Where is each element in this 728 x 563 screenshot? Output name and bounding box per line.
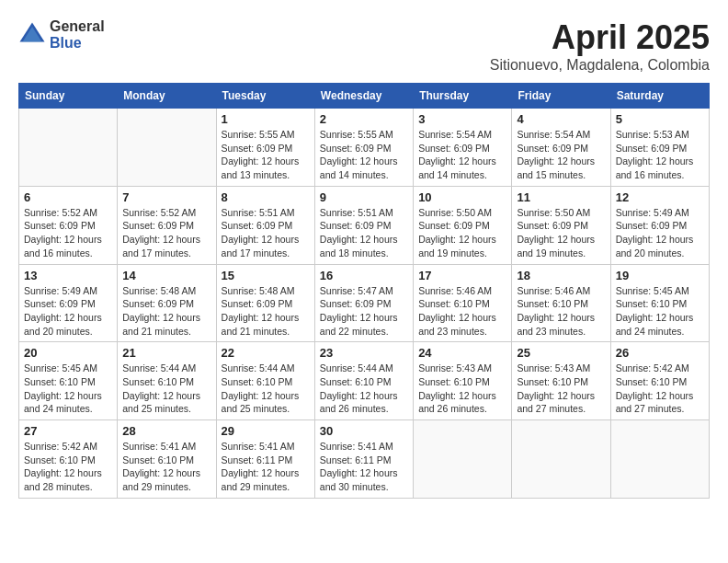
calendar-cell: 12Sunrise: 5:49 AM Sunset: 6:09 PM Dayli…: [610, 186, 709, 264]
week-row-4: 20Sunrise: 5:45 AM Sunset: 6:10 PM Dayli…: [19, 342, 710, 420]
day-info: Sunrise: 5:44 AM Sunset: 6:10 PM Dayligh…: [320, 362, 408, 416]
day-number: 10: [418, 190, 506, 204]
day-number: 13: [24, 269, 112, 282]
day-info: Sunrise: 5:51 AM Sunset: 6:09 PM Dayligh…: [222, 206, 310, 260]
title-area: April 2025 Sitionuevo, Magdalena, Colomb…: [490, 18, 710, 74]
calendar-cell: 16Sunrise: 5:47 AM Sunset: 6:09 PM Dayli…: [314, 264, 413, 342]
day-info: Sunrise: 5:41 AM Sunset: 6:10 PM Dayligh…: [122, 440, 210, 494]
logo-text: General Blue: [50, 18, 105, 52]
day-info: Sunrise: 5:55 AM Sunset: 6:09 PM Dayligh…: [222, 128, 310, 182]
day-info: Sunrise: 5:50 AM Sunset: 6:09 PM Dayligh…: [418, 206, 506, 260]
calendar-cell: 19Sunrise: 5:45 AM Sunset: 6:10 PM Dayli…: [610, 264, 709, 342]
day-number: 22: [222, 346, 310, 360]
calendar-cell: 18Sunrise: 5:46 AM Sunset: 6:10 PM Dayli…: [512, 264, 610, 342]
day-info: Sunrise: 5:52 AM Sunset: 6:09 PM Dayligh…: [122, 206, 210, 260]
day-info: Sunrise: 5:48 AM Sunset: 6:09 PM Dayligh…: [122, 284, 210, 339]
day-info: Sunrise: 5:50 AM Sunset: 6:09 PM Dayligh…: [517, 206, 605, 260]
day-info: Sunrise: 5:44 AM Sunset: 6:10 PM Dayligh…: [222, 362, 310, 416]
week-row-1: 1Sunrise: 5:55 AM Sunset: 6:09 PM Daylig…: [19, 109, 710, 187]
day-info: Sunrise: 5:42 AM Sunset: 6:10 PM Dayligh…: [616, 362, 704, 416]
weekday-header-row: SundayMondayTuesdayWednesdayThursdayFrid…: [19, 84, 710, 109]
day-info: Sunrise: 5:41 AM Sunset: 6:11 PM Dayligh…: [222, 440, 310, 494]
day-info: Sunrise: 5:46 AM Sunset: 6:10 PM Dayligh…: [517, 284, 605, 339]
day-info: Sunrise: 5:53 AM Sunset: 6:09 PM Dayligh…: [616, 128, 704, 182]
day-info: Sunrise: 5:46 AM Sunset: 6:10 PM Dayligh…: [418, 284, 506, 339]
calendar-cell: 6Sunrise: 5:52 AM Sunset: 6:09 PM Daylig…: [19, 186, 118, 264]
weekday-header-wednesday: Wednesday: [314, 84, 413, 109]
day-info: Sunrise: 5:51 AM Sunset: 6:09 PM Dayligh…: [320, 206, 408, 260]
calendar-cell: [118, 109, 216, 187]
day-number: 30: [320, 424, 408, 438]
day-number: 29: [222, 424, 310, 438]
weekday-header-sunday: Sunday: [19, 84, 118, 109]
calendar-cell: 14Sunrise: 5:48 AM Sunset: 6:09 PM Dayli…: [118, 264, 216, 342]
day-info: Sunrise: 5:54 AM Sunset: 6:09 PM Dayligh…: [517, 128, 605, 182]
day-number: 25: [517, 346, 605, 360]
logo-blue-text: Blue: [50, 35, 105, 52]
day-number: 17: [418, 269, 506, 282]
day-number: 3: [418, 112, 506, 126]
calendar-cell: 22Sunrise: 5:44 AM Sunset: 6:10 PM Dayli…: [216, 342, 314, 420]
day-number: 6: [24, 190, 112, 204]
calendar-cell: 10Sunrise: 5:50 AM Sunset: 6:09 PM Dayli…: [414, 186, 512, 264]
calendar-cell: 11Sunrise: 5:50 AM Sunset: 6:09 PM Dayli…: [512, 186, 610, 264]
calendar-cell: 1Sunrise: 5:55 AM Sunset: 6:09 PM Daylig…: [216, 109, 314, 187]
day-number: 19: [616, 269, 704, 282]
calendar-cell: 26Sunrise: 5:42 AM Sunset: 6:10 PM Dayli…: [610, 342, 709, 420]
day-number: 23: [320, 346, 408, 360]
day-number: 16: [320, 269, 408, 282]
weekday-header-friday: Friday: [512, 84, 610, 109]
location-title: Sitionuevo, Magdalena, Colombia: [490, 57, 710, 74]
day-info: Sunrise: 5:54 AM Sunset: 6:09 PM Dayligh…: [418, 128, 506, 182]
day-number: 21: [122, 346, 210, 360]
calendar-cell: 24Sunrise: 5:43 AM Sunset: 6:10 PM Dayli…: [414, 342, 512, 420]
day-number: 5: [616, 112, 704, 126]
day-number: 15: [222, 269, 310, 282]
week-row-5: 27Sunrise: 5:42 AM Sunset: 6:10 PM Dayli…: [19, 420, 710, 499]
day-info: Sunrise: 5:49 AM Sunset: 6:09 PM Dayligh…: [24, 284, 112, 339]
calendar-cell: 9Sunrise: 5:51 AM Sunset: 6:09 PM Daylig…: [314, 186, 413, 264]
day-info: Sunrise: 5:41 AM Sunset: 6:11 PM Dayligh…: [320, 440, 408, 494]
day-number: 26: [616, 346, 704, 360]
day-info: Sunrise: 5:45 AM Sunset: 6:10 PM Dayligh…: [616, 284, 704, 339]
calendar-cell: 3Sunrise: 5:54 AM Sunset: 6:09 PM Daylig…: [414, 109, 512, 187]
calendar-cell: 5Sunrise: 5:53 AM Sunset: 6:09 PM Daylig…: [610, 109, 709, 187]
day-info: Sunrise: 5:43 AM Sunset: 6:10 PM Dayligh…: [517, 362, 605, 416]
calendar-cell: 21Sunrise: 5:44 AM Sunset: 6:10 PM Dayli…: [118, 342, 216, 420]
calendar-cell: 15Sunrise: 5:48 AM Sunset: 6:09 PM Dayli…: [216, 264, 314, 342]
weekday-header-tuesday: Tuesday: [216, 84, 314, 109]
calendar-table: SundayMondayTuesdayWednesdayThursdayFrid…: [18, 83, 710, 499]
day-number: 27: [24, 424, 112, 438]
day-number: 24: [418, 346, 506, 360]
calendar-cell: [19, 109, 118, 187]
calendar-cell: 13Sunrise: 5:49 AM Sunset: 6:09 PM Dayli…: [19, 264, 118, 342]
calendar-cell: 27Sunrise: 5:42 AM Sunset: 6:10 PM Dayli…: [19, 420, 118, 499]
calendar-cell: 17Sunrise: 5:46 AM Sunset: 6:10 PM Dayli…: [414, 264, 512, 342]
weekday-header-monday: Monday: [118, 84, 216, 109]
day-number: 4: [517, 112, 605, 126]
week-row-2: 6Sunrise: 5:52 AM Sunset: 6:09 PM Daylig…: [19, 186, 710, 264]
logo-icon: [18, 21, 46, 49]
week-row-3: 13Sunrise: 5:49 AM Sunset: 6:09 PM Dayli…: [19, 264, 710, 342]
calendar-cell: 4Sunrise: 5:54 AM Sunset: 6:09 PM Daylig…: [512, 109, 610, 187]
day-info: Sunrise: 5:47 AM Sunset: 6:09 PM Dayligh…: [320, 284, 408, 339]
day-info: Sunrise: 5:49 AM Sunset: 6:09 PM Dayligh…: [616, 206, 704, 260]
day-number: 18: [517, 269, 605, 282]
day-info: Sunrise: 5:48 AM Sunset: 6:09 PM Dayligh…: [222, 284, 310, 339]
day-info: Sunrise: 5:52 AM Sunset: 6:09 PM Dayligh…: [24, 206, 112, 260]
calendar-cell: 23Sunrise: 5:44 AM Sunset: 6:10 PM Dayli…: [314, 342, 413, 420]
day-info: Sunrise: 5:42 AM Sunset: 6:10 PM Dayligh…: [24, 440, 112, 494]
weekday-header-saturday: Saturday: [610, 84, 709, 109]
calendar-cell: 2Sunrise: 5:55 AM Sunset: 6:09 PM Daylig…: [314, 109, 413, 187]
header: General Blue April 2025 Sitionuevo, Magd…: [18, 18, 710, 74]
day-number: 20: [24, 346, 112, 360]
day-number: 1: [222, 112, 310, 126]
day-number: 2: [320, 112, 408, 126]
calendar-cell: [414, 420, 512, 499]
calendar-cell: 20Sunrise: 5:45 AM Sunset: 6:10 PM Dayli…: [19, 342, 118, 420]
weekday-header-thursday: Thursday: [414, 84, 512, 109]
calendar-cell: 8Sunrise: 5:51 AM Sunset: 6:09 PM Daylig…: [216, 186, 314, 264]
day-number: 11: [517, 190, 605, 204]
day-number: 28: [122, 424, 210, 438]
calendar-cell: 29Sunrise: 5:41 AM Sunset: 6:11 PM Dayli…: [216, 420, 314, 499]
